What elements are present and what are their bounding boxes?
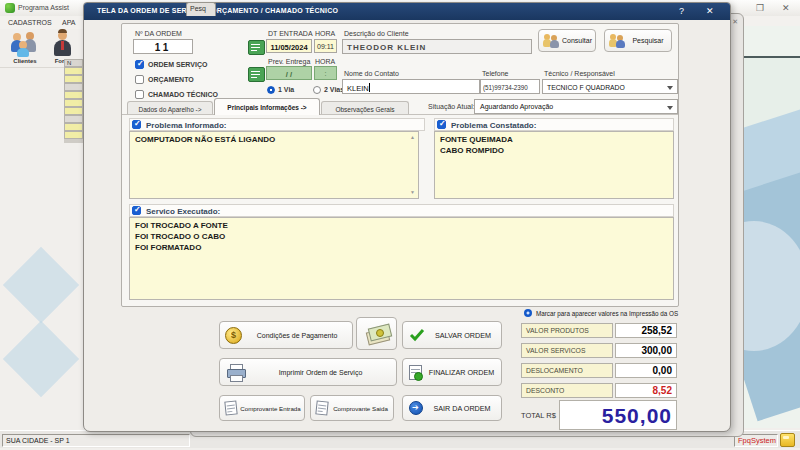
coin-icon: $ — [225, 327, 242, 344]
salvar-ordem-button[interactable]: SALVAR ORDEM — [402, 321, 502, 349]
dt-entrada-field[interactable]: 11/05/2024 — [266, 39, 312, 53]
calendar-icon[interactable] — [248, 40, 265, 55]
chamado-tecnico-label: CHAMADO TÉCNICO — [148, 91, 218, 98]
text-caret — [369, 83, 370, 92]
tab-principais-informacoes[interactable]: Principais Informações -> — [214, 98, 320, 115]
scroll-down-icon[interactable]: ▼ — [410, 189, 415, 195]
ordem-servico-checkbox[interactable] — [135, 60, 144, 69]
numero-field[interactable]: 11 — [133, 39, 193, 54]
orcamento-label: ORÇAMENTO — [148, 76, 194, 83]
telefone-field[interactable]: (51)99734-2390 — [480, 79, 540, 94]
pesq-close-icon[interactable]: ✕ — [732, 18, 738, 26]
chamado-tecnico-checkbox[interactable] — [135, 90, 144, 99]
order-dialog: TELA DA ORDEM DE SERVIÇO / ORÇAMENTO / C… — [83, 2, 731, 432]
ordem-servico-label: ORDEM SERVIÇO — [148, 61, 207, 68]
hora-label: HORA — [315, 30, 335, 37]
imprimir-ordem-label: Imprimir Ordem de Serviço — [245, 369, 396, 376]
tab-label: Observações Gerais — [335, 106, 394, 113]
comprovante-entrada-button[interactable]: Comprovante Entrada — [219, 395, 305, 421]
menu-cadastros[interactable]: CADASTROS — [8, 19, 52, 26]
finalizar-ordem-label: FINALIZAR ORDEM — [422, 368, 501, 377]
document-icon — [315, 400, 328, 415]
tab-observacoes-gerais[interactable]: Observações Gerais — [321, 101, 409, 115]
scroll-up-icon[interactable]: ▲ — [410, 134, 415, 140]
right-panel-decoration — [744, 26, 800, 428]
nome-contato-field[interactable]: KLEIN — [342, 79, 480, 94]
servico-executado-header: Servico Executado: — [129, 204, 674, 217]
clients-icon — [10, 32, 40, 56]
situacao-label: Situação Atual: — [428, 103, 475, 110]
check-icon — [409, 328, 425, 342]
deslocamento-field[interactable]: 0,00 — [615, 363, 677, 378]
chevron-down-icon — [667, 106, 673, 110]
toolbar-clientes-button[interactable]: Clientes — [8, 31, 42, 65]
total-field: 550,00 — [559, 400, 677, 430]
pesquisar-label: Pesquisar — [625, 37, 671, 44]
problema-informado-header: Problema Informado: — [129, 118, 425, 131]
sair-ordem-label: SAIR DA ORDEM — [423, 404, 501, 413]
valor-servicos-label: VALOR SERVICOS — [521, 343, 613, 358]
dialog-titlebar[interactable]: TELA DA ORDEM DE SERVIÇO / ORÇAMENTO / C… — [84, 3, 730, 20]
total-label: TOTAL R$ — [521, 411, 556, 420]
status-folder-icon — [780, 433, 795, 447]
hora-field[interactable]: 09:11 — [314, 39, 337, 53]
people-icon — [609, 34, 625, 48]
pesq-title-text: Pesq — [190, 5, 206, 12]
imprimir-ordem-button[interactable]: Imprimir Ordem de Serviço — [219, 358, 397, 386]
problema-constatado-textarea[interactable]: FONTE QUEIMADA CABO ROMPIDO — [434, 131, 674, 199]
status-city-text: SUA CIDADE - SP 1 — [6, 437, 70, 444]
comprovante-saida-label: Comprovante Saida — [328, 405, 393, 412]
servico-executado-label: Servico Executado: — [146, 207, 220, 216]
orcamento-checkbox[interactable] — [135, 75, 144, 84]
problema-constatado-header: Problema Constatado: — [434, 118, 674, 131]
status-city-cell: SUA CIDADE - SP 1 — [2, 434, 190, 447]
comprovante-entrada-label: Comprovante Entrada — [237, 405, 304, 412]
tecnico-select[interactable]: TECNICO F QUADRADO — [542, 79, 678, 94]
telefone-label: Telefone — [482, 70, 508, 77]
sair-ordem-button[interactable]: ➔ SAIR DA ORDEM — [402, 395, 502, 421]
valor-produtos-field[interactable]: 258,52 — [615, 323, 677, 338]
descricao-cliente-field[interactable]: THEODOR KLEIN — [342, 39, 532, 54]
problema-constatado-label: Problema Constatado: — [451, 121, 536, 130]
exit-arrow-icon: ➔ — [409, 401, 423, 415]
calendar-icon[interactable] — [248, 67, 265, 82]
finalizar-ordem-button[interactable]: FINALIZAR ORDEM — [402, 358, 502, 386]
deslocamento-label: DESLOCAMENTO — [521, 363, 613, 378]
prev-hora-label: HORA — [315, 58, 335, 65]
maximize-icon[interactable]: ❐ — [756, 3, 764, 13]
app-logo-icon — [5, 3, 15, 13]
people-icon — [543, 34, 559, 48]
servico-executado-textarea[interactable]: FOI TROCADO A FONTE FOI TROCADO O CABO F… — [129, 217, 674, 300]
problema-constatado-checkbox[interactable] — [437, 120, 446, 129]
background-grid-column: N — [64, 59, 84, 143]
desconto-label: DESCONTO — [521, 383, 613, 398]
via2-radio[interactable] — [313, 86, 321, 94]
comprovante-saida-button[interactable]: Comprovante Saida — [310, 395, 394, 421]
valor-servicos-field[interactable]: 300,00 — [615, 343, 677, 358]
condicoes-pagamento-button[interactable]: $ Condições de Pagamento — [219, 321, 353, 349]
tab-dados-aparelho[interactable]: Dados do Aparelho -> — [127, 101, 213, 115]
dinheiro-button[interactable] — [356, 317, 397, 350]
prev-entrega-field[interactable]: / / — [266, 66, 312, 80]
close-icon[interactable]: ✕ — [782, 3, 790, 13]
via1-radio[interactable] — [267, 86, 275, 94]
consultar-button[interactable]: Consultar — [538, 29, 596, 52]
marcar-valores-radio[interactable] — [524, 309, 532, 317]
problema-informado-checkbox[interactable] — [132, 120, 141, 129]
dialog-close-icon[interactable]: ✕ — [706, 6, 714, 16]
desktop: Programa Assist ❐ ✕ CADASTROS APA Client… — [0, 0, 800, 450]
desconto-field[interactable]: 8,52 — [615, 383, 677, 398]
grid-header-cell: N — [64, 59, 83, 67]
help-icon[interactable]: ? — [679, 6, 684, 16]
menu-aparelhos[interactable]: APA — [62, 19, 76, 26]
marcar-valores-label: Marcar para aparecer valores na Impressã… — [536, 310, 678, 317]
problema-informado-textarea[interactable]: COMPUTADOR NÃO ESTÁ LIGANDO — [129, 131, 419, 199]
printer-icon — [227, 364, 245, 380]
pesquisar-button[interactable]: Pesquisar — [604, 29, 672, 52]
document-check-icon — [409, 365, 422, 380]
brand-text: FpqSystem — [738, 436, 776, 445]
wallpaper-diamond — [3, 247, 79, 323]
servico-executado-checkbox[interactable] — [132, 206, 141, 215]
situacao-select[interactable]: Aguardando Aprovação — [474, 99, 678, 114]
prev-hora-field[interactable]: : — [314, 66, 337, 80]
